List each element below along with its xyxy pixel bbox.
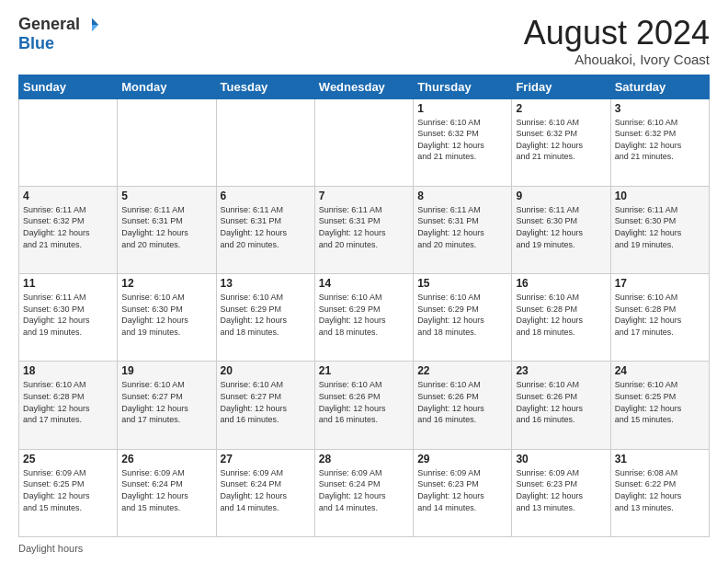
calendar-week-4: 18Sunrise: 6:10 AM Sunset: 6:28 PM Dayli… (19, 362, 710, 449)
calendar-cell: 15Sunrise: 6:10 AM Sunset: 6:29 PM Dayli… (414, 274, 512, 362)
calendar-cell (19, 98, 118, 186)
calendar-cell: 23Sunrise: 6:10 AM Sunset: 6:26 PM Dayli… (512, 362, 610, 449)
day-number: 22 (417, 364, 507, 377)
day-info: Sunrise: 6:10 AM Sunset: 6:29 PM Dayligh… (221, 292, 311, 338)
day-number: 1 (417, 102, 507, 115)
page: General Blue August 2024 Ahouakoi, Ivory… (0, 0, 728, 563)
day-info: Sunrise: 6:10 AM Sunset: 6:29 PM Dayligh… (319, 292, 409, 338)
day-number: 9 (516, 190, 606, 202)
day-info: Sunrise: 6:09 AM Sunset: 6:24 PM Dayligh… (319, 467, 409, 513)
calendar-cell: 19Sunrise: 6:10 AM Sunset: 6:27 PM Dayli… (118, 362, 216, 449)
day-number: 2 (516, 102, 606, 115)
header: General Blue August 2024 Ahouakoi, Ivory… (18, 15, 710, 67)
day-number: 12 (121, 277, 211, 290)
svg-marker-0 (92, 17, 98, 24)
footer: Daylight hours (18, 543, 710, 554)
day-number: 20 (221, 364, 311, 377)
day-info: Sunrise: 6:10 AM Sunset: 6:28 PM Dayligh… (615, 292, 705, 338)
calendar-cell: 9Sunrise: 6:11 AM Sunset: 6:30 PM Daylig… (512, 186, 610, 273)
day-info: Sunrise: 6:10 AM Sunset: 6:32 PM Dayligh… (516, 117, 606, 163)
day-info: Sunrise: 6:10 AM Sunset: 6:25 PM Dayligh… (615, 379, 705, 425)
calendar-cell: 18Sunrise: 6:10 AM Sunset: 6:28 PM Dayli… (19, 362, 118, 449)
calendar-cell: 2Sunrise: 6:10 AM Sunset: 6:32 PM Daylig… (512, 98, 610, 186)
day-info: Sunrise: 6:09 AM Sunset: 6:23 PM Dayligh… (417, 467, 507, 513)
day-number: 25 (23, 453, 113, 465)
calendar-cell: 24Sunrise: 6:10 AM Sunset: 6:25 PM Dayli… (610, 362, 709, 449)
calendar-cell: 11Sunrise: 6:11 AM Sunset: 6:30 PM Dayli… (19, 274, 118, 362)
day-number: 13 (221, 277, 311, 290)
day-info: Sunrise: 6:10 AM Sunset: 6:30 PM Dayligh… (121, 292, 211, 338)
day-info: Sunrise: 6:11 AM Sunset: 6:31 PM Dayligh… (121, 204, 211, 250)
calendar-cell: 13Sunrise: 6:10 AM Sunset: 6:29 PM Dayli… (216, 274, 314, 362)
day-number: 15 (417, 277, 507, 290)
calendar-cell: 4Sunrise: 6:11 AM Sunset: 6:32 PM Daylig… (19, 186, 118, 273)
calendar-cell: 16Sunrise: 6:10 AM Sunset: 6:28 PM Dayli… (512, 274, 610, 362)
day-info: Sunrise: 6:11 AM Sunset: 6:31 PM Dayligh… (417, 204, 507, 250)
day-number: 21 (319, 364, 409, 377)
day-info: Sunrise: 6:08 AM Sunset: 6:22 PM Dayligh… (615, 467, 705, 513)
calendar-cell: 5Sunrise: 6:11 AM Sunset: 6:31 PM Daylig… (118, 186, 216, 273)
calendar-cell: 6Sunrise: 6:11 AM Sunset: 6:31 PM Daylig… (216, 186, 314, 273)
day-info: Sunrise: 6:10 AM Sunset: 6:28 PM Dayligh… (516, 292, 606, 338)
day-number: 5 (121, 190, 211, 202)
day-info: Sunrise: 6:11 AM Sunset: 6:30 PM Dayligh… (615, 204, 705, 250)
day-info: Sunrise: 6:09 AM Sunset: 6:23 PM Dayligh… (516, 467, 606, 513)
day-info: Sunrise: 6:11 AM Sunset: 6:32 PM Dayligh… (23, 204, 113, 250)
day-number: 11 (23, 277, 113, 290)
day-info: Sunrise: 6:09 AM Sunset: 6:24 PM Dayligh… (221, 467, 311, 513)
calendar-header-monday: Monday (118, 75, 216, 98)
day-info: Sunrise: 6:11 AM Sunset: 6:30 PM Dayligh… (23, 292, 113, 338)
day-info: Sunrise: 6:11 AM Sunset: 6:31 PM Dayligh… (221, 204, 311, 250)
day-number: 3 (615, 102, 705, 115)
calendar-header-sunday: Sunday (19, 75, 118, 98)
calendar-cell: 22Sunrise: 6:10 AM Sunset: 6:26 PM Dayli… (414, 362, 512, 449)
day-number: 30 (516, 453, 606, 465)
calendar-cell: 1Sunrise: 6:10 AM Sunset: 6:32 PM Daylig… (414, 98, 512, 186)
day-info: Sunrise: 6:09 AM Sunset: 6:24 PM Dayligh… (121, 467, 211, 513)
calendar-week-2: 4Sunrise: 6:11 AM Sunset: 6:32 PM Daylig… (19, 186, 710, 273)
day-info: Sunrise: 6:10 AM Sunset: 6:28 PM Dayligh… (23, 379, 113, 425)
day-info: Sunrise: 6:10 AM Sunset: 6:27 PM Dayligh… (221, 379, 311, 425)
day-number: 6 (221, 190, 311, 202)
day-info: Sunrise: 6:09 AM Sunset: 6:25 PM Dayligh… (23, 467, 113, 513)
day-number: 17 (615, 277, 705, 290)
day-number: 19 (121, 364, 211, 377)
calendar-header-saturday: Saturday (610, 75, 709, 98)
calendar-header-tuesday: Tuesday (216, 75, 314, 98)
logo-general-text: General (18, 15, 80, 34)
day-number: 31 (615, 453, 705, 465)
day-info: Sunrise: 6:10 AM Sunset: 6:29 PM Dayligh… (417, 292, 507, 338)
calendar-header-wednesday: Wednesday (314, 75, 413, 98)
calendar-cell: 26Sunrise: 6:09 AM Sunset: 6:24 PM Dayli… (118, 449, 216, 536)
day-number: 8 (417, 190, 507, 202)
calendar-cell: 31Sunrise: 6:08 AM Sunset: 6:22 PM Dayli… (610, 449, 709, 536)
day-info: Sunrise: 6:11 AM Sunset: 6:31 PM Dayligh… (319, 204, 409, 250)
calendar-header-row: SundayMondayTuesdayWednesdayThursdayFrid… (19, 75, 710, 98)
calendar-header-thursday: Thursday (414, 75, 512, 98)
calendar-cell: 7Sunrise: 6:11 AM Sunset: 6:31 PM Daylig… (314, 186, 413, 273)
logo: General Blue (18, 15, 100, 53)
calendar-cell: 27Sunrise: 6:09 AM Sunset: 6:24 PM Dayli… (216, 449, 314, 536)
day-info: Sunrise: 6:10 AM Sunset: 6:32 PM Dayligh… (417, 117, 507, 163)
day-number: 29 (417, 453, 507, 465)
calendar-cell: 12Sunrise: 6:10 AM Sunset: 6:30 PM Dayli… (118, 274, 216, 362)
header-right: August 2024 Ahouakoi, Ivory Coast (524, 15, 710, 67)
calendar-week-3: 11Sunrise: 6:11 AM Sunset: 6:30 PM Dayli… (19, 274, 710, 362)
calendar-cell: 14Sunrise: 6:10 AM Sunset: 6:29 PM Dayli… (314, 274, 413, 362)
day-number: 24 (615, 364, 705, 377)
day-info: Sunrise: 6:10 AM Sunset: 6:27 PM Dayligh… (121, 379, 211, 425)
day-info: Sunrise: 6:11 AM Sunset: 6:30 PM Dayligh… (516, 204, 606, 250)
day-number: 23 (516, 364, 606, 377)
day-number: 7 (319, 190, 409, 202)
day-number: 27 (221, 453, 311, 465)
logo-blue-text: Blue (18, 34, 54, 52)
day-info: Sunrise: 6:10 AM Sunset: 6:26 PM Dayligh… (319, 379, 409, 425)
calendar-cell: 25Sunrise: 6:09 AM Sunset: 6:25 PM Dayli… (19, 449, 118, 536)
month-title: August 2024 (524, 15, 710, 52)
calendar-cell: 21Sunrise: 6:10 AM Sunset: 6:26 PM Dayli… (314, 362, 413, 449)
day-info: Sunrise: 6:10 AM Sunset: 6:32 PM Dayligh… (615, 117, 705, 163)
day-info: Sunrise: 6:10 AM Sunset: 6:26 PM Dayligh… (516, 379, 606, 425)
calendar-cell: 20Sunrise: 6:10 AM Sunset: 6:27 PM Dayli… (216, 362, 314, 449)
svg-marker-1 (92, 25, 98, 31)
calendar-cell: 10Sunrise: 6:11 AM Sunset: 6:30 PM Dayli… (610, 186, 709, 273)
